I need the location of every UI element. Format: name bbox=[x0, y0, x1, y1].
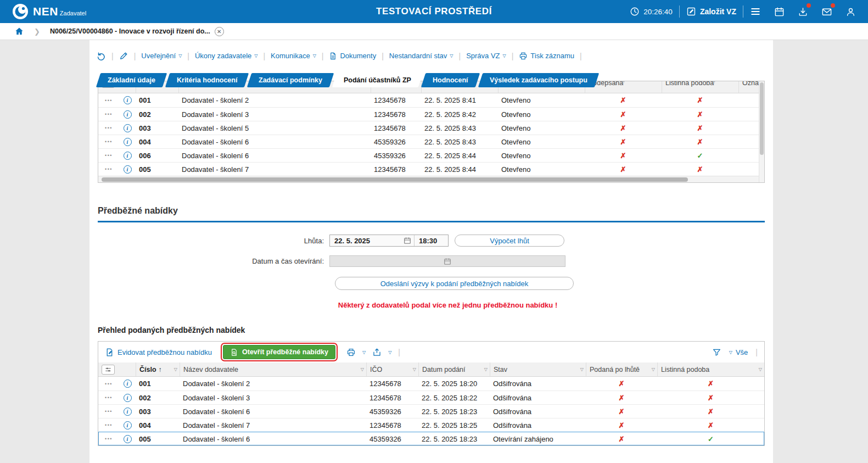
row-info-button[interactable]: i bbox=[119, 163, 136, 176]
table-row[interactable]: •••i001Dodavatel - školení 21234567822. … bbox=[98, 93, 764, 107]
cell-date-submitted: 22. 5. 2025 8:44 bbox=[421, 149, 498, 162]
vertical-scrollbar[interactable] bbox=[759, 81, 764, 182]
row-info-button[interactable]: i bbox=[119, 149, 136, 162]
more-options-icon: ••• bbox=[105, 153, 113, 158]
home-button[interactable] bbox=[14, 26, 24, 36]
toolbar-link-sprava-vz[interactable]: Správa VZ▽ bbox=[466, 52, 506, 60]
open-offers-button[interactable]: Otevřít předběžné nabídky bbox=[223, 345, 335, 359]
cross-icon: ✗ bbox=[585, 93, 662, 107]
table-row[interactable]: •••i005Dodavatel - školení 71234567822. … bbox=[98, 162, 764, 176]
tab-kriteria-hodnoceni[interactable]: Kritéria hodnocení bbox=[165, 73, 249, 87]
export-button[interactable] bbox=[372, 348, 382, 357]
column-header-cislo[interactable]: Číslo↑▽ bbox=[136, 362, 180, 376]
filter-icon[interactable] bbox=[712, 348, 721, 357]
user-profile-button[interactable] bbox=[839, 3, 863, 20]
toolbar-link-dokumenty[interactable]: Dokumenty bbox=[329, 52, 376, 60]
column-header-listinna-podoba[interactable]: Listinná podoba▽ bbox=[657, 362, 764, 376]
divider: | bbox=[263, 52, 265, 60]
row-actions-button[interactable]: ••• bbox=[98, 135, 119, 148]
register-offer-link[interactable]: Evidovat předběžnou nabídku bbox=[105, 348, 212, 357]
deadline-datetime-input[interactable]: 22. 5. 2025 18:30 bbox=[329, 235, 449, 247]
scrollbar-thumb[interactable] bbox=[760, 82, 764, 155]
row-actions-button[interactable]: ••• bbox=[98, 163, 119, 176]
filter-dropdown-icon[interactable]: ▽ bbox=[174, 367, 177, 372]
tab-podani-ucastniku-zp[interactable]: Podání účastníků ZP bbox=[332, 73, 423, 87]
cross-icon: ✗ bbox=[585, 149, 662, 162]
row-actions-button[interactable]: ••• bbox=[98, 121, 119, 135]
breadcrumb-record[interactable]: N006/25/V00004860 - Inovace v rozvoji ří… bbox=[50, 27, 210, 35]
calendar-picker-icon[interactable] bbox=[401, 237, 414, 244]
row-actions-button[interactable]: ••• bbox=[98, 419, 119, 432]
send-invite-button[interactable]: Odeslání výzvy k podání předběžných nabí… bbox=[335, 277, 574, 290]
filter-dropdown-icon[interactable]: ▽ bbox=[580, 367, 584, 372]
row-info-button[interactable]: i bbox=[119, 377, 136, 391]
row-actions-button[interactable]: ••• bbox=[98, 149, 119, 162]
filter-dropdown-icon[interactable]: ▽ bbox=[759, 367, 762, 372]
cell-status: Otevřeno bbox=[498, 108, 585, 121]
table-row[interactable]: •••i003Dodavatel - školení 64535932622. … bbox=[98, 404, 764, 418]
calendar-button[interactable] bbox=[768, 3, 791, 20]
filter-dropdown-icon[interactable]: ▽ bbox=[484, 367, 488, 372]
create-vz-button[interactable]: Založit VZ bbox=[680, 4, 743, 19]
deadline-time-value[interactable]: 18:30 bbox=[414, 235, 448, 246]
print-table-button[interactable] bbox=[346, 348, 356, 357]
row-actions-button[interactable]: ••• bbox=[98, 405, 119, 418]
tab-zadavaci-podminky[interactable]: Zadávací podmínky bbox=[247, 73, 334, 87]
table-row[interactable]: •••i002Dodavatel - školení 31234567822. … bbox=[98, 391, 764, 404]
column-header-datum-podani[interactable]: Datum podání▽ bbox=[418, 362, 490, 376]
row-info-button[interactable]: i bbox=[119, 108, 136, 121]
row-actions-button[interactable]: ••• bbox=[98, 108, 119, 121]
filter-preset-dropdown[interactable]: ▽ Vše bbox=[729, 348, 748, 356]
scrollbar-thumb[interactable] bbox=[102, 177, 688, 182]
toolbar-link-tisk-zaznamu[interactable]: Tisk záznamu bbox=[519, 52, 574, 60]
toolbar-link-komunikace[interactable]: Komunikace▽ bbox=[271, 52, 316, 60]
column-header-stav[interactable]: Stav▽ bbox=[490, 362, 586, 376]
row-info-button[interactable]: i bbox=[119, 93, 136, 107]
table-row[interactable]: •••i004Dodavatel - školení 71234567822. … bbox=[98, 418, 764, 432]
chevron-down-icon[interactable]: ▽ bbox=[388, 350, 391, 355]
menu-button[interactable] bbox=[743, 3, 768, 20]
close-record-icon[interactable]: ✕ bbox=[215, 27, 224, 36]
row-actions-button[interactable]: ••• bbox=[98, 391, 119, 404]
table-row[interactable]: •••i006Dodavatel - školení 64535932622. … bbox=[98, 148, 764, 162]
row-actions-button[interactable]: ••• bbox=[98, 377, 119, 391]
row-info-button[interactable]: i bbox=[119, 121, 136, 135]
row-info-button[interactable]: i bbox=[119, 135, 136, 148]
cell-supplier: Dodavatel - školení 6 bbox=[180, 405, 366, 418]
tab-vysledek-zadavaciho-postupu[interactable]: Výsledek zadávacího postupu bbox=[478, 73, 599, 87]
row-info-button[interactable]: i bbox=[119, 419, 136, 432]
tab-zakladni-udaje[interactable]: Základní údaje bbox=[96, 73, 167, 87]
toolbar-link-uverejneni[interactable]: Uveřejnění▽ bbox=[141, 52, 182, 60]
column-header-nazev-dodavatele[interactable]: Název dodavatele▽ bbox=[180, 362, 366, 376]
column-settings-icon[interactable] bbox=[102, 365, 115, 375]
row-info-button[interactable]: i bbox=[119, 391, 136, 404]
chevron-down-icon[interactable]: ▽ bbox=[362, 350, 366, 355]
filter-dropdown-icon[interactable]: ▽ bbox=[413, 367, 416, 372]
row-actions-button[interactable]: ••• bbox=[98, 432, 119, 445]
calc-deadlines-button[interactable]: Výpočet lhůt bbox=[455, 235, 564, 247]
edit-button[interactable] bbox=[119, 51, 128, 60]
preliminary-table-toolbar: Evidovat předběžnou nabídku Otevřít před… bbox=[98, 342, 764, 362]
nen-logo[interactable]: NEN Zadavatel bbox=[12, 3, 86, 20]
toolbar-link-ukony-zadavatele[interactable]: Úkony zadavatele▽ bbox=[195, 52, 258, 60]
column-header-ico[interactable]: IČO▽ bbox=[366, 362, 418, 376]
toolbar-link-nestandardni-stav[interactable]: Nestandardní stav▽ bbox=[389, 52, 453, 60]
row-info-button[interactable]: i bbox=[119, 432, 136, 445]
messages-button[interactable] bbox=[815, 3, 839, 20]
table-row[interactable]: •••i004Dodavatel - školení 64535932622. … bbox=[98, 135, 764, 148]
downloads-button[interactable] bbox=[791, 3, 815, 20]
row-actions-button[interactable]: ••• bbox=[98, 93, 119, 107]
filter-dropdown-icon[interactable]: ▽ bbox=[652, 367, 655, 372]
horizontal-scrollbar[interactable] bbox=[98, 176, 764, 182]
table-row[interactable]: •••i005Dodavatel - školení 64535932622. … bbox=[98, 432, 764, 445]
table-row[interactable]: •••i001Dodavatel - školení 21234567822. … bbox=[98, 377, 764, 391]
column-header-podana-po-lhute[interactable]: Podaná po lhůtě▽ bbox=[586, 362, 657, 376]
tab-hodnoceni[interactable]: Hodnocení bbox=[421, 73, 480, 87]
table-row[interactable]: •••i002Dodavatel - školení 31234567822. … bbox=[98, 107, 764, 121]
table-row[interactable]: •••i003Dodavatel - školení 51234567822. … bbox=[98, 121, 764, 135]
row-info-button[interactable]: i bbox=[119, 405, 136, 418]
filter-dropdown-icon[interactable]: ▽ bbox=[361, 367, 364, 372]
deadline-date-value[interactable]: 22. 5. 2025 bbox=[330, 237, 401, 245]
history-button[interactable] bbox=[96, 51, 106, 61]
divider: | bbox=[187, 52, 189, 60]
